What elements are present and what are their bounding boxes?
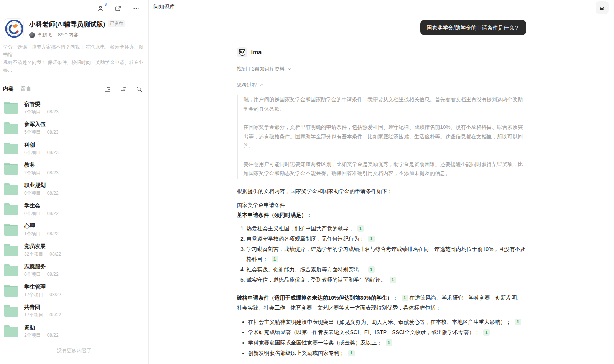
kb-logo: [4, 18, 24, 38]
list-item: 创新发明获省部级以上奖励或国家专利；1: [248, 348, 526, 358]
list-item: 学习勤奋刻苦，成绩优异，评选学年的学习成绩排名与综合考评成绩排名在同一评选范围内…: [247, 244, 526, 264]
folder-list: 宿管委 7个项目08/23 参军入伍 5个项目08/23 科创 6个项目08/2…: [0, 95, 148, 341]
more-button[interactable]: [132, 5, 140, 12]
author-name: 李鹏飞: [37, 31, 52, 38]
kb-description: 学分、选课、培养方案搞不清？问我！ 宿舍水电、校园卡补办、图书馆规则不清楚？问我…: [3, 43, 145, 74]
folder-item-canjun[interactable]: 参军入伍 5个项目08/23: [0, 118, 148, 138]
folder-icon: [4, 264, 18, 276]
page-title: 问知识库: [153, 3, 175, 10]
thinking-paragraph: 在国家奖学金部分，文档里有明确的申请条件，包括热爱祖国、遵守纪律、成绩排名前10…: [244, 123, 526, 151]
kb-profile: 小科老师(AI辅导员测试版) 已发布 李鹏飞 89个内容: [0, 13, 148, 38]
author-avatar: [29, 32, 35, 38]
citation-badge[interactable]: 1: [368, 266, 375, 273]
search-icon: [136, 86, 142, 92]
citation-badge[interactable]: 1: [357, 225, 364, 232]
sort-icon: [120, 86, 127, 92]
list-item: 自觉遵守学校的各项规章制度，无任何违纪行为；1: [247, 234, 526, 244]
folder-icon: [4, 183, 18, 195]
sources-toggle[interactable]: 找到了3篇知识库资料: [237, 66, 292, 72]
citation-badge[interactable]: 1: [515, 319, 521, 325]
folder-item-xueshenghui[interactable]: 学生会 0个项目08/22: [0, 199, 148, 220]
folder-item-zhiye[interactable]: 职业规划 0个项目08/22: [0, 179, 148, 199]
exception-heading: 破格申请条件（适用于成绩排名未达前10%但达到前30%的学生）：: [237, 295, 398, 301]
citation-badge[interactable]: 1: [483, 329, 490, 336]
share-button[interactable]: [115, 5, 122, 12]
folder-icon: [4, 122, 18, 134]
folder-item-xueshengguanli[interactable]: 学生管理 17个项目08/22: [0, 280, 148, 301]
folder-item-kechuang[interactable]: 科创 6个项目08/23: [0, 138, 148, 159]
list-item: 学科竞赛获国际或全国性竞赛一等奖（或金奖）及以上；1: [248, 338, 526, 348]
published-badge: 已发布: [108, 20, 125, 27]
assistant-name: ima: [251, 49, 262, 56]
folder-icon: [4, 203, 18, 215]
folder-icon: [4, 285, 18, 297]
exception-paragraph: 破格申请条件（适用于成绩排名未达前10%但达到前30%的学生）：1 在道德风尚、…: [237, 293, 526, 313]
thinking-paragraph: 要注意用户可能同时需要知道两者区别，比如奖学金是奖励优秀，助学金是资助困难。还要…: [244, 160, 526, 179]
no-more-content-label: 没有更多内容了: [0, 347, 148, 354]
exception-criteria-list: 在社会主义精神文明建设中表现突出（如见义勇为、助人为乐、奉献爱心等，在本校、本地…: [237, 317, 526, 358]
basic-conditions-list: 热爱社会主义祖国，拥护中国共产党的领导；1 自觉遵守学校的各项规章制度，无任何违…: [237, 223, 526, 285]
search-button[interactable]: [136, 86, 142, 92]
folder-item-jiaowu[interactable]: 教务 2个项目08/23: [0, 159, 148, 179]
folder-item-gongqingtuan[interactable]: 共青团 17个项目08/22: [0, 301, 148, 321]
chevron-up-icon: [260, 83, 264, 87]
folder-item-dangyuan[interactable]: 党员发展 32个项目08/22: [0, 240, 148, 260]
collaborators-button[interactable]: 3: [97, 5, 104, 12]
list-item: 诚实守信，道德品质优良，受到教师的认可和学生的好评。1: [247, 275, 526, 285]
new-folder-button[interactable]: [104, 86, 111, 92]
folder-add-icon: [104, 86, 111, 92]
sidebar-toolbar: 3: [0, 0, 148, 13]
list-item: 社会实践、创新能力、综合素质等方面特别突出；1: [247, 264, 526, 274]
kb-profile-info: 小科老师(AI辅导员测试版) 已发布 李鹏飞 89个内容: [29, 18, 125, 38]
assistant-answer: 根据提供的文档内容，国家奖学金和国家助学金的申请条件如下： 国家奖学金申请条件 …: [237, 186, 526, 358]
sort-button[interactable]: [120, 86, 127, 92]
citation-badge[interactable]: 1: [272, 256, 278, 262]
sidebar-tabs-row: 内容 留言: [0, 80, 148, 95]
share-icon: [115, 5, 122, 12]
answer-section-title: 国家奖学金申请条件: [237, 200, 526, 210]
answer-basic-heading: 基本申请条件（须同时满足）：: [237, 210, 526, 220]
main-panel: 问知识库 国家奖学金/助学金的申请条件是什么？: [149, 0, 614, 364]
kb-author-row: 李鹏飞 89个内容: [29, 31, 125, 38]
tab-content[interactable]: 内容: [3, 85, 14, 92]
assistant-header: ima: [237, 47, 526, 57]
folder-item-zizhu[interactable]: 资助 2个项目08/22: [0, 321, 148, 341]
ellipsis-icon: [132, 5, 140, 12]
collaborators-count: 3: [104, 2, 107, 7]
clear-chat-button[interactable]: [596, 1, 609, 14]
kb-title: 小科老师(AI辅导员测试版): [29, 20, 105, 29]
list-item: 在社会主义精神文明建设中表现突出（如见义勇为、助人为乐、奉献爱心等，在本校、本地…: [248, 317, 526, 327]
list-item: 热爱社会主义祖国，拥护中国共产党的领导；1: [247, 223, 526, 233]
citation-badge[interactable]: 1: [386, 339, 392, 346]
user-message-row: 国家奖学金/助学金的申请条件是什么？: [237, 20, 526, 35]
thinking-paragraph: 嗯，用户问的是国家奖学金和国家助学金的申请条件，我需要从文档里找相关信息。首先看…: [244, 95, 526, 114]
folder-icon: [4, 244, 18, 256]
thinking-block: 嗯，用户问的是国家奖学金和国家助学金的申请条件，我需要从文档里找相关信息。首先看…: [237, 95, 526, 179]
citation-badge[interactable]: 1: [402, 295, 408, 301]
content-count: 89个内容: [58, 31, 78, 38]
folder-item-zhiyuan[interactable]: 志愿服务 0个项目08/22: [0, 260, 148, 280]
folder-icon: [4, 325, 18, 337]
thinking-toggle[interactable]: 思考过程: [237, 82, 264, 89]
author-separator: [55, 33, 55, 37]
user-message-bubble: 国家奖学金/助学金的申请条件是什么？: [420, 20, 526, 35]
folder-icon: [4, 224, 18, 236]
main-header: 问知识库: [149, 0, 614, 15]
sidebar: 3: [0, 0, 149, 364]
app-window: 3: [0, 0, 614, 364]
chevron-down-icon: [287, 67, 292, 71]
citation-badge[interactable]: 1: [368, 236, 375, 242]
answer-intro: 根据提供的文档内容，国家奖学金和国家助学金的申请条件如下：: [237, 186, 526, 196]
folder-icon: [4, 163, 18, 175]
broom-icon: [599, 4, 606, 11]
folder-item-sguanwei[interactable]: 宿管委 7个项目08/23: [0, 98, 148, 118]
folder-icon: [4, 102, 18, 114]
folder-item-xinli[interactable]: 心理 1个项目08/22: [0, 220, 148, 240]
tab-comments[interactable]: 留言: [21, 85, 31, 92]
folder-icon: [4, 143, 18, 154]
citation-badge[interactable]: 1: [390, 277, 396, 283]
folder-icon: [4, 305, 18, 317]
citation-badge[interactable]: 1: [348, 350, 355, 356]
panda-avatar-icon: [237, 47, 247, 57]
list-item: 学术研究成绩显著（以第一作者发表论文被SCI、EI、ISTP、SSCI全文收录，…: [248, 327, 526, 337]
